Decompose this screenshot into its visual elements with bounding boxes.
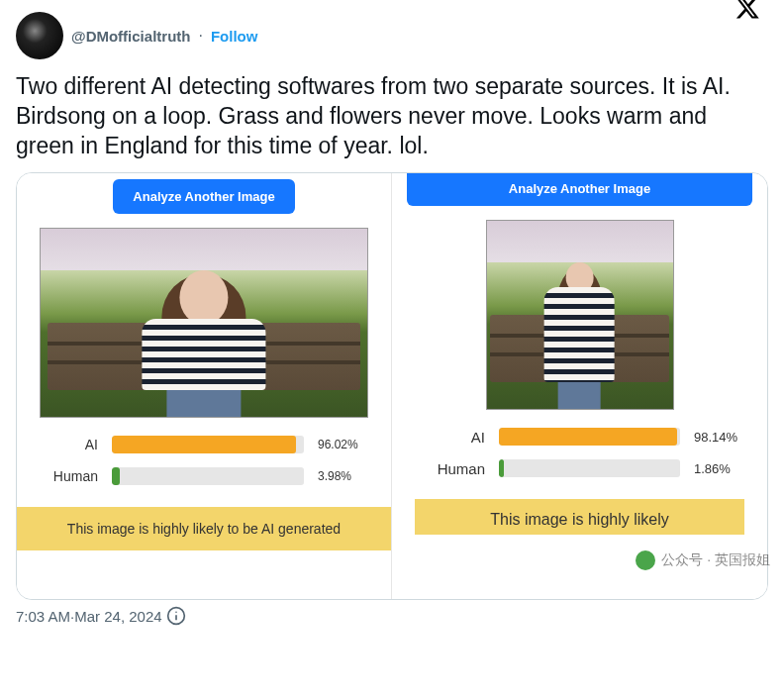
human-percent: 3.98% <box>318 469 365 483</box>
human-score-row: Human 1.86% <box>418 459 741 477</box>
analyze-another-button[interactable]: Analyze Another Image <box>113 179 294 214</box>
ai-percent: 96.02% <box>318 438 365 451</box>
analyzed-image <box>40 228 368 418</box>
analyzed-image <box>486 220 674 410</box>
detector-panel-right: Analyze Another Image AI <box>392 173 767 599</box>
svg-point-2 <box>175 611 177 613</box>
embedded-image[interactable]: Analyze Another Image AI <box>16 172 768 600</box>
ai-label: AI <box>418 429 485 446</box>
detector-panel-left: Analyze Another Image AI <box>17 173 392 599</box>
verdict-banner: This image is highly likely <box>415 499 745 535</box>
tweet-container: @DMofficialtruth · Follow Two different … <box>0 0 784 634</box>
ai-bar-fill <box>112 436 296 453</box>
human-bar-track <box>112 467 304 485</box>
human-bar-track <box>499 459 680 477</box>
ai-label: AI <box>43 437 98 452</box>
separator-dot: · <box>198 27 202 45</box>
ai-bar-track <box>112 436 304 453</box>
tweet-timestamp[interactable]: 7:03 AM · Mar 24, 2024 <box>16 606 768 626</box>
ai-score-row: AI 98.14% <box>418 428 741 446</box>
x-logo-icon[interactable] <box>735 0 760 21</box>
human-bar-fill <box>112 467 120 485</box>
tweet-header: @DMofficialtruth · Follow <box>16 12 768 59</box>
ai-bar-track <box>499 428 680 446</box>
info-icon[interactable] <box>166 606 186 626</box>
follow-link[interactable]: Follow <box>211 28 258 45</box>
human-percent: 1.86% <box>694 461 741 476</box>
human-bar-fill <box>499 459 504 477</box>
verdict-banner: This image is highly likely to be AI gen… <box>17 507 391 550</box>
human-label: Human <box>418 460 485 477</box>
result-bars: AI 98.14% Human 1.86% <box>392 410 767 491</box>
human-score-row: Human 3.98% <box>43 467 365 485</box>
user-handle[interactable]: @DMofficialtruth <box>71 28 190 45</box>
ai-score-row: AI 96.02% <box>43 436 365 453</box>
ai-percent: 98.14% <box>694 430 741 445</box>
result-bars: AI 96.02% Human 3.98% <box>17 418 391 499</box>
tweet-text: Two different AI detecting softwares fro… <box>16 71 768 160</box>
avatar[interactable] <box>16 12 63 59</box>
tweet-date: Mar 24, 2024 <box>74 608 161 625</box>
human-label: Human <box>43 468 98 484</box>
tweet-time: 7:03 AM <box>16 608 70 625</box>
ai-bar-fill <box>499 428 677 446</box>
analyze-another-button[interactable]: Analyze Another Image <box>407 172 752 206</box>
